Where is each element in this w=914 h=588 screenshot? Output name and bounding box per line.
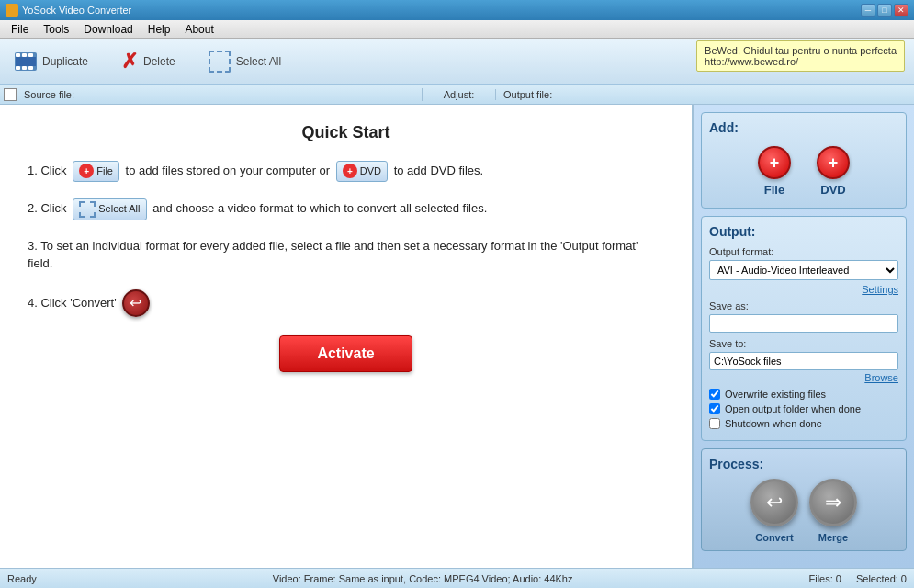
step4-pre: 4. Click 'Convert' [28,294,117,312]
step2-select: Select All [98,201,140,217]
convert-icon-step4: ↩ [122,289,150,317]
menu-bar: File Tools Download Help About [0,20,914,39]
status-right: Files: 0 Selected: 0 [808,573,907,584]
menu-help[interactable]: Help [141,21,178,38]
overwrite-checkbox[interactable] [709,389,720,400]
status-video-info: Video: Frame: Same as input, Codec: MPEG… [37,573,809,584]
dvd-icon-inline: + [343,164,357,178]
browse-link[interactable]: Browse [709,372,898,383]
delete-icon: ✗ [121,50,138,74]
main-layout: Quick Start 1. Click + File to add files… [0,105,914,568]
source-label: Source file: [24,89,74,100]
step1-pre: 1. Click [28,164,67,177]
adjust-column-header: Adjust: [423,89,496,100]
step1-post: to add DVD files. [394,164,484,177]
app-icon [6,4,18,17]
inline-select-button: Select All [73,198,146,220]
overwrite-label: Overwrite existing files [725,389,826,400]
save-as-input[interactable] [709,314,898,333]
save-to-label: Save to: [709,338,898,349]
open-folder-label: Open output folder when done [725,403,861,414]
status-ready: Ready [7,573,37,584]
source-checkbox[interactable] [4,88,17,101]
merge-label: Merge [818,532,848,543]
maximize-button[interactable]: □ [877,4,892,17]
settings-link[interactable]: Settings [709,284,898,295]
title-bar-controls[interactable]: ─ □ ✕ [861,4,908,17]
menu-about[interactable]: About [177,21,220,38]
duplicate-label: Duplicate [42,55,88,68]
select-all-label: Select All [236,55,281,68]
title-bar: YoSock Video Converter ─ □ ✕ [0,0,914,20]
output-format-select[interactable]: AVI - Audio-Video Interleaved MP4 - MPEG… [709,260,898,280]
ad-line1: BeWed, Ghidul tau pentru o nunta perfect… [705,45,897,56]
output-section: Output: Output format: AVI - Audio-Video… [701,216,907,441]
ad-tooltip[interactable]: BeWed, Ghidul tau pentru o nunta perfect… [696,40,905,72]
step2-pre: 2. Click [28,201,67,215]
delete-label: Delete [143,55,175,68]
process-buttons: ↩ Convert ⇒ Merge [709,479,898,543]
add-file-button[interactable]: + File [750,142,798,200]
menu-tools[interactable]: Tools [36,21,76,38]
status-selected: Selected: 0 [856,573,907,584]
inline-file-button: + File [73,161,119,182]
add-dvd-label: DVD [820,183,845,197]
step1-file: File [96,164,113,179]
file-icon-inline: + [79,164,94,178]
step2-post: and choose a video format to which to co… [152,201,487,215]
open-folder-checkbox[interactable] [709,403,720,414]
duplicate-icon [15,52,37,71]
step1-mid: to add files stored on your computer or [126,164,331,177]
step-2: 2. Click Select All and choose a video f… [28,198,664,220]
convert-icon: ↩ [750,479,798,526]
add-dvd-button[interactable]: + DVD [809,142,857,200]
add-section-title: Add: [709,120,898,135]
select-all-icon-inline [79,201,96,218]
convert-label: Convert [755,532,794,543]
column-headers: Source file: Adjust: Output file: [0,85,914,105]
toolbar: Duplicate ✗ Delete Select All BeWed, Ghi… [0,39,914,85]
save-to-input[interactable] [709,352,898,370]
add-buttons: + File + DVD [709,142,898,200]
process-title: Process: [709,457,898,471]
close-button[interactable]: ✕ [894,4,908,17]
add-dvd-icon: + [817,146,850,179]
merge-button[interactable]: ⇒ Merge [809,479,857,543]
convert-button[interactable]: ↩ Convert [750,479,798,543]
shutdown-checkbox[interactable] [709,418,720,429]
shutdown-label: Shutdown when done [725,418,822,429]
step1-dvd: DVD [360,164,381,179]
open-folder-checkbox-row: Open output folder when done [709,403,898,414]
inline-dvd-button: + DVD [336,161,388,182]
step-4: 4. Click 'Convert' ↩ [28,289,664,317]
adjust-label: Adjust: [444,89,475,100]
duplicate-button[interactable]: Duplicate [7,49,96,74]
ad-line2: http://www.bewed.ro/ [705,56,897,67]
menu-file[interactable]: File [4,21,36,38]
output-format-label: Output format: [709,246,898,257]
step-1: 1. Click + File to add files stored on y… [28,161,664,182]
add-section: Add: + File + DVD [701,112,907,209]
process-section: Process: ↩ Convert ⇒ Merge [701,448,907,551]
source-column-header: Source file: [0,88,423,101]
right-panel: Add: + File + DVD Output: Output [694,105,914,568]
content-area: Quick Start 1. Click + File to add files… [0,105,694,568]
select-all-button[interactable]: Select All [201,47,288,76]
status-bar: Ready Video: Frame: Same as input, Codec… [0,568,914,588]
status-files: Files: 0 [808,573,841,584]
merge-icon: ⇒ [809,479,857,526]
output-label: Output file: [503,89,552,100]
step3-text: 3. To set an individual format for every… [28,239,638,271]
window-title: YoSock Video Converter [22,5,131,16]
delete-button[interactable]: ✗ Delete [114,46,183,77]
minimize-button[interactable]: ─ [861,4,875,17]
step-3: 3. To set an individual format for every… [28,237,664,273]
save-as-label: Save as: [709,300,898,311]
quick-start-title: Quick Start [28,123,664,142]
title-bar-left: YoSock Video Converter [6,4,131,17]
shutdown-checkbox-row: Shutdown when done [709,418,898,429]
select-all-icon [209,51,231,73]
overwrite-checkbox-row: Overwrite existing files [709,389,898,400]
activate-button[interactable]: Activate [279,335,412,372]
menu-download[interactable]: Download [76,21,140,38]
